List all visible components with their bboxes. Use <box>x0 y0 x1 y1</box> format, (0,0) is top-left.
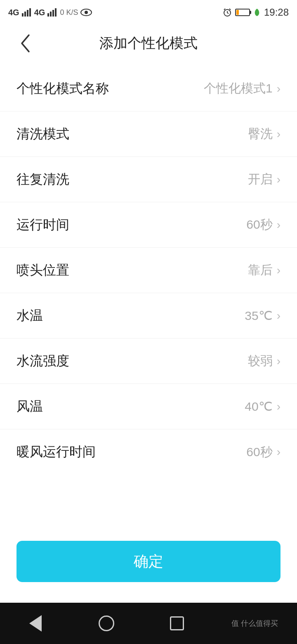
battery-indicator <box>235 9 250 16</box>
chevron-icon-air-run-time: › <box>277 445 280 459</box>
signal-4g-1: 4G <box>8 8 19 17</box>
svg-line-12 <box>227 13 229 14</box>
page-header: 添加个性化模式 <box>0 25 297 62</box>
status-right: 19:28 <box>223 7 289 18</box>
chevron-icon-nozzle-position: › <box>277 264 280 277</box>
item-label-run-time: 运行时间 <box>16 216 69 234</box>
item-value-run-time: 60秒 <box>246 216 272 233</box>
time-display: 19:28 <box>264 7 289 18</box>
item-value-mode-name: 个性化模式1 <box>204 80 273 97</box>
confirm-button[interactable]: 确定 <box>16 541 280 582</box>
svg-line-14 <box>229 9 231 10</box>
item-right-air-temp: 40℃ › <box>245 399 280 414</box>
svg-rect-1 <box>24 12 26 17</box>
recent-square-icon <box>170 616 184 630</box>
watermark-area: 值 什么值得买 <box>231 618 278 628</box>
chevron-icon-reciprocal-wash: › <box>277 173 280 186</box>
svg-rect-5 <box>50 12 52 17</box>
item-value-nozzle-position: 靠后 <box>248 262 273 279</box>
eye-icon <box>80 8 92 17</box>
status-bar: 4G 4G 0 K/S <box>0 0 297 25</box>
signal-4g-2: 4G <box>34 8 45 17</box>
home-circle-icon <box>99 616 114 631</box>
svg-rect-0 <box>22 13 24 17</box>
svg-line-13 <box>224 9 225 10</box>
signal-bars-1-icon <box>22 8 32 17</box>
nav-home-button[interactable] <box>90 607 123 640</box>
confirm-area: 确定 <box>0 528 297 603</box>
item-right-air-run-time: 60秒 › <box>246 444 280 461</box>
item-right-water-temp: 35℃ › <box>245 308 280 323</box>
watermark-text: 值 什么值得买 <box>231 618 278 628</box>
item-right-mode-name: 个性化模式1 › <box>204 80 280 97</box>
status-left: 4G 4G 0 K/S <box>8 8 92 17</box>
item-label-mode-name: 个性化模式名称 <box>16 80 109 98</box>
back-button[interactable] <box>12 31 37 56</box>
item-right-reciprocal-wash: 开启 › <box>248 171 280 188</box>
item-right-wash-mode: 臀洗 › <box>248 125 280 142</box>
svg-rect-4 <box>47 13 49 17</box>
settings-item-run-time[interactable]: 运行时间 60秒 › <box>0 202 297 248</box>
item-label-water-pressure: 水流强度 <box>16 352 69 370</box>
item-value-air-run-time: 60秒 <box>246 444 272 461</box>
leaf-icon <box>253 8 261 17</box>
item-value-water-temp: 35℃ <box>245 308 272 323</box>
item-value-water-pressure: 较弱 <box>248 353 273 369</box>
svg-rect-6 <box>52 10 54 17</box>
nav-recent-button[interactable] <box>160 607 193 640</box>
item-label-reciprocal-wash: 往复清洗 <box>16 170 69 189</box>
item-label-air-temp: 风温 <box>16 398 43 416</box>
settings-item-nozzle-position[interactable]: 喷头位置 靠后 › <box>0 248 297 293</box>
chevron-icon-wash-mode: › <box>277 128 280 141</box>
svg-point-9 <box>85 11 88 14</box>
item-right-nozzle-position: 靠后 › <box>248 262 280 279</box>
back-triangle-icon <box>29 615 42 632</box>
item-right-run-time: 60秒 › <box>246 216 280 233</box>
chevron-icon-run-time: › <box>277 218 280 232</box>
settings-item-mode-name[interactable]: 个性化模式名称 个性化模式1 › <box>0 66 297 111</box>
nav-back-button[interactable] <box>19 607 52 640</box>
item-label-water-temp: 水温 <box>16 307 43 325</box>
item-right-water-pressure: 较弱 › <box>248 353 280 369</box>
settings-item-reciprocal-wash[interactable]: 往复清洗 开启 › <box>0 157 297 202</box>
item-value-wash-mode: 臀洗 <box>248 125 273 142</box>
data-speed: 0 K/S <box>60 8 78 17</box>
svg-rect-7 <box>55 8 57 17</box>
chevron-icon-air-temp: › <box>277 400 280 413</box>
item-label-air-run-time: 暖风运行时间 <box>16 443 96 461</box>
signal-bars-2-icon <box>47 8 57 17</box>
item-label-nozzle-position: 喷头位置 <box>16 261 69 279</box>
settings-item-wash-mode[interactable]: 清洗模式 臀洗 › <box>0 111 297 157</box>
item-value-air-temp: 40℃ <box>245 399 272 414</box>
svg-rect-3 <box>29 8 31 17</box>
settings-item-water-pressure[interactable]: 水流强度 较弱 › <box>0 339 297 384</box>
chevron-icon-water-pressure: › <box>277 355 280 368</box>
chevron-icon-mode-name: › <box>277 82 280 95</box>
settings-list: 个性化模式名称 个性化模式1 › 清洗模式 臀洗 › 往复清洗 开启 › 运行时… <box>0 62 297 528</box>
settings-item-air-run-time[interactable]: 暖风运行时间 60秒 › <box>0 429 297 475</box>
settings-item-air-temp[interactable]: 风温 40℃ › <box>0 384 297 429</box>
svg-rect-2 <box>27 10 28 17</box>
bottom-nav: 值 什么值得买 <box>0 603 297 644</box>
item-value-reciprocal-wash: 开启 <box>248 171 273 188</box>
item-label-wash-mode: 清洗模式 <box>16 125 69 143</box>
page-title: 添加个性化模式 <box>99 34 198 53</box>
chevron-icon-water-temp: › <box>277 309 280 322</box>
settings-item-water-temp[interactable]: 水温 35℃ › <box>0 293 297 339</box>
alarm-icon <box>223 8 232 17</box>
